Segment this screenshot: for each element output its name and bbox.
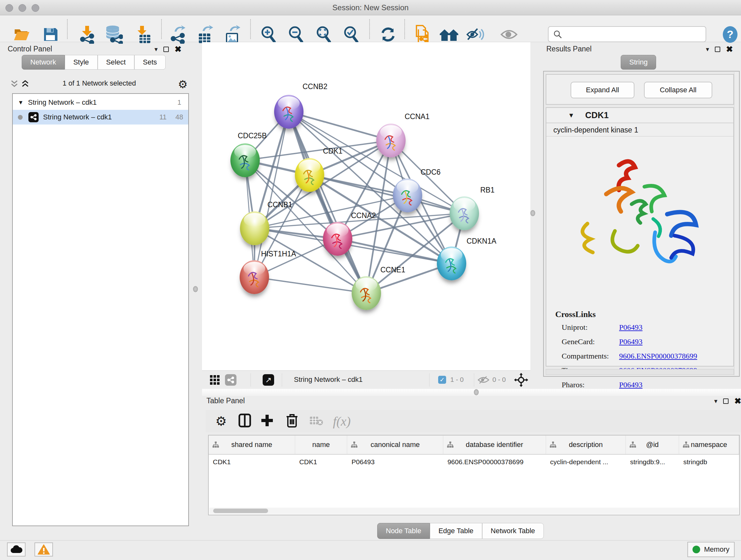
table-panel-close-icon[interactable]: ✖: [734, 398, 741, 404]
column-namespace-icon: [682, 441, 690, 449]
search-input[interactable]: [565, 27, 702, 41]
tab-string[interactable]: String: [621, 55, 656, 70]
crosslink-link[interactable]: P06493: [619, 381, 643, 389]
tab-select[interactable]: Select: [98, 55, 134, 70]
results-vertical-scrollbar[interactable]: [734, 72, 738, 375]
hide-selected-icon[interactable]: [466, 27, 484, 44]
hidden-counts: 0 - 0: [492, 376, 506, 383]
table-panel-collapse-icon[interactable]: ▾: [714, 397, 718, 405]
delete-column-trash-icon[interactable]: [286, 414, 298, 429]
table-cell[interactable]: 9606.ENSP00000378699: [443, 455, 546, 469]
collapse-all-button[interactable]: Collapse All: [644, 82, 712, 98]
protein-node-ccne1[interactable]: [352, 276, 381, 310]
protein-node-ccna1[interactable]: [376, 124, 406, 158]
table-row[interactable]: CDK1CDK1P064939606.ENSP00000378699cyclin…: [209, 455, 739, 469]
export-network-icon[interactable]: [169, 25, 186, 45]
column-header-shared-name[interactable]: shared name: [209, 435, 295, 454]
protein-node-cdc25b[interactable]: [230, 143, 260, 177]
create-column-icon[interactable]: [261, 414, 273, 428]
table-cell[interactable]: cyclin-dependent ...: [546, 455, 626, 469]
protein-node-cdkn1a[interactable]: [437, 246, 466, 280]
table-horizontal-scrollbar[interactable]: [209, 508, 738, 514]
network-options-gear-icon[interactable]: ⚙: [178, 78, 188, 91]
cloud-status-button[interactable]: [7, 543, 25, 557]
gene-header-row[interactable]: ▼ CDK1: [546, 108, 733, 123]
table-panel-title: Table Panel: [206, 396, 245, 405]
node-table: shared namenamecanonical namedatabase id…: [208, 435, 740, 515]
tab-network[interactable]: Network: [22, 55, 65, 70]
protein-node-rb1[interactable]: [450, 196, 479, 230]
tab-network-table[interactable]: Network Table: [482, 523, 544, 539]
node-label-cdk1: CDK1: [323, 147, 342, 155]
import-network-database-icon[interactable]: [105, 25, 123, 45]
horizontal-splitter[interactable]: [202, 389, 741, 396]
refresh-icon[interactable]: [380, 26, 397, 44]
table-cell[interactable]: CDK1: [295, 455, 347, 469]
horizontal-splitter-handle[interactable]: [474, 389, 479, 395]
results-horizontal-scrollbar[interactable]: [546, 369, 734, 375]
open-session-icon[interactable]: [13, 27, 30, 44]
results-panel-float-icon[interactable]: [715, 47, 720, 52]
control-panel-collapse-icon[interactable]: ▾: [154, 45, 158, 53]
table-settings-gear-icon[interactable]: ⚙: [215, 414, 227, 428]
detach-view-icon[interactable]: ↗: [263, 374, 274, 386]
collection-label: String Network – cdk1: [28, 98, 97, 107]
protein-node-ccnb2[interactable]: [274, 95, 304, 129]
warnings-button[interactable]: [35, 543, 53, 557]
tab-node-table[interactable]: Node Table: [377, 523, 430, 539]
column-header-description[interactable]: description: [546, 435, 626, 454]
table-cell[interactable]: stringdb:9...: [626, 455, 679, 469]
table-cell[interactable]: P06493: [347, 455, 443, 469]
crosslink-link[interactable]: 9606.ENSP00000378699: [619, 352, 697, 361]
gene-caret-icon[interactable]: ▼: [568, 112, 575, 119]
import-network-file-icon[interactable]: [78, 25, 95, 45]
network-row[interactable]: String Network – cdk1 11 48: [13, 110, 188, 125]
tab-style[interactable]: Style: [65, 55, 98, 70]
tab-edge-table[interactable]: Edge Table: [430, 523, 482, 539]
results-panel-collapse-icon[interactable]: ▾: [706, 45, 709, 53]
protein-node-cdk1[interactable]: [295, 158, 324, 192]
table-cell[interactable]: CDK1: [209, 455, 295, 469]
import-table-file-icon[interactable]: [135, 25, 151, 45]
show-all-icon[interactable]: [500, 27, 518, 43]
pan-crosshair-icon[interactable]: [514, 373, 528, 387]
column-header-canonical-name[interactable]: canonical name: [347, 435, 443, 454]
protein-node-hist1h1a[interactable]: [240, 260, 269, 294]
column-header--id[interactable]: @id: [626, 435, 679, 454]
birdseye-grid-icon[interactable]: [210, 375, 220, 385]
selected-checkbox-icon[interactable]: ✓: [438, 376, 446, 384]
tab-sets[interactable]: Sets: [134, 55, 165, 70]
network-overview-share-icon[interactable]: [225, 374, 237, 386]
memory-button[interactable]: Memory: [687, 542, 735, 557]
function-builder-icon[interactable]: f(x): [333, 414, 351, 429]
protein-node-ccnb1[interactable]: [240, 211, 269, 245]
table-scrollbar-thumb[interactable]: [213, 509, 268, 513]
left-splitter-handle[interactable]: [193, 286, 198, 292]
show-columns-icon[interactable]: [239, 414, 251, 429]
network-label: String Network – cdk1: [43, 113, 112, 121]
string-home-icon[interactable]: [439, 27, 459, 44]
expand-all-button[interactable]: Expand All: [570, 82, 634, 98]
crosslink-link[interactable]: P06493: [619, 323, 643, 332]
protein-node-cdc6[interactable]: [393, 179, 422, 212]
table-cell[interactable]: stringdb: [679, 455, 739, 469]
table-header-row: shared namenamecanonical namedatabase id…: [209, 435, 739, 455]
column-header-name[interactable]: name: [295, 435, 347, 454]
network-collection-row[interactable]: ▼ String Network – cdk1 1: [13, 95, 188, 110]
delete-table-icon[interactable]: [309, 415, 323, 428]
right-splitter-handle[interactable]: [530, 210, 535, 216]
search-field[interactable]: [548, 26, 706, 42]
protein-node-ccna2[interactable]: [323, 222, 352, 256]
hidden-eye-slash-icon: [477, 375, 490, 385]
results-panel-close-icon[interactable]: ✖: [726, 47, 733, 52]
control-panel-float-icon[interactable]: [163, 47, 169, 52]
collection-caret-icon[interactable]: ▼: [18, 99, 23, 106]
network-canvas[interactable]: CCNB2CCNA1CDC25BCDK1CDC6RB1CCNB1CCNA2CDK…: [202, 42, 530, 370]
column-header-namespace[interactable]: namespace: [679, 435, 739, 454]
save-session-icon[interactable]: [43, 27, 58, 44]
crosslink-link[interactable]: P06493: [619, 337, 643, 346]
help-icon[interactable]: ?: [722, 26, 738, 44]
column-header-database-identifier[interactable]: database identifier: [443, 435, 546, 454]
table-panel-float-icon[interactable]: [723, 398, 729, 404]
control-panel-close-icon[interactable]: ✖: [175, 47, 182, 52]
